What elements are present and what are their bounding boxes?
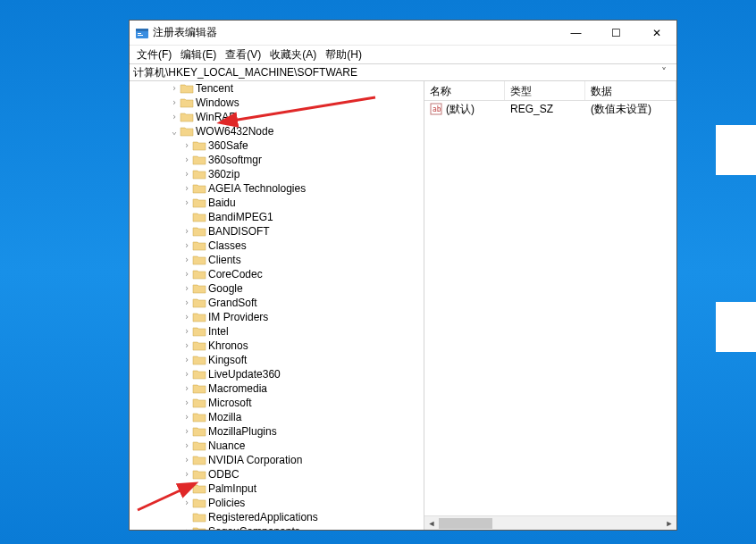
tree-item[interactable]: ›ODBC bbox=[130, 467, 424, 481]
tree-item[interactable]: ›Microsoft bbox=[130, 396, 424, 410]
expander-closed-icon[interactable]: › bbox=[169, 84, 180, 93]
close-button[interactable]: ✕ bbox=[636, 21, 676, 45]
tree-item[interactable]: ›SogouComponents bbox=[130, 524, 424, 530]
tree-item[interactable]: ›IM Providers bbox=[130, 310, 424, 324]
expander-closed-icon[interactable]: › bbox=[181, 184, 192, 193]
expander-open-icon[interactable]: ⌄ bbox=[169, 127, 180, 136]
expander-closed-icon[interactable]: › bbox=[181, 413, 192, 422]
tree-item[interactable]: ›Nuance bbox=[130, 439, 424, 453]
folder-icon bbox=[180, 82, 194, 95]
expander-closed-icon[interactable]: › bbox=[181, 527, 192, 530]
expander-closed-icon[interactable]: › bbox=[181, 141, 192, 150]
folder-icon bbox=[192, 254, 206, 266]
expander-closed-icon[interactable]: › bbox=[181, 341, 192, 350]
maximize-button[interactable]: ☐ bbox=[596, 21, 636, 45]
expander-closed-icon[interactable]: › bbox=[181, 255, 192, 264]
tree-item[interactable]: ›GrandSoft bbox=[130, 296, 424, 310]
tree-item[interactable]: ›Baidu bbox=[130, 196, 424, 210]
col-data[interactable]: 数据 bbox=[585, 81, 676, 100]
folder-icon bbox=[192, 497, 206, 509]
folder-icon bbox=[192, 411, 206, 423]
expander-closed-icon[interactable]: › bbox=[181, 241, 192, 250]
expander-closed-icon[interactable]: › bbox=[181, 441, 192, 450]
tree-item[interactable]: ›LiveUpdate360 bbox=[130, 367, 424, 381]
tree-item[interactable]: ›NVIDIA Corporation bbox=[130, 453, 424, 467]
tree-item[interactable]: ›Clients bbox=[130, 253, 424, 267]
tree-item-label: Windows bbox=[196, 96, 239, 109]
expander-closed-icon[interactable]: › bbox=[181, 384, 192, 393]
expander-closed-icon[interactable]: › bbox=[181, 298, 192, 307]
tree-item[interactable]: ›360softmgr bbox=[130, 153, 424, 167]
tree-item[interactable]: ›Tencent bbox=[130, 81, 424, 96]
expander-closed-icon[interactable]: › bbox=[181, 356, 192, 364]
addressbar[interactable]: 计算机\HKEY_LOCAL_MACHINE\SOFTWARE ˅ bbox=[130, 63, 676, 81]
tree-item[interactable]: ›Kingsoft bbox=[130, 353, 424, 367]
expander-closed-icon[interactable]: › bbox=[181, 270, 192, 279]
expander-closed-icon[interactable]: › bbox=[181, 170, 192, 179]
col-name[interactable]: 名称 bbox=[424, 81, 505, 100]
cell-type: REG_SZ bbox=[505, 103, 585, 115]
expander-closed-icon[interactable]: › bbox=[181, 484, 192, 493]
folder-icon bbox=[192, 268, 206, 280]
menu-edit[interactable]: 编辑(E) bbox=[177, 46, 220, 63]
tree-item[interactable]: ›Khronos bbox=[130, 339, 424, 353]
window-controls: — ☐ ✕ bbox=[556, 21, 676, 45]
scroll-left-icon[interactable]: ◄ bbox=[424, 519, 439, 528]
expander-closed-icon[interactable]: › bbox=[181, 313, 192, 322]
tree-item-label: Nuance bbox=[208, 439, 245, 452]
horizontal-scrollbar[interactable]: ◄ ► bbox=[424, 515, 676, 530]
tree-item[interactable]: BandiMPEG1 bbox=[130, 210, 424, 224]
expander-closed-icon[interactable]: › bbox=[181, 198, 192, 207]
list-body[interactable]: ab(默认)REG_SZ(数值未设置) bbox=[424, 101, 676, 515]
folder-icon bbox=[192, 297, 206, 309]
expander-closed-icon[interactable]: › bbox=[169, 98, 180, 107]
tree-item[interactable]: ›MozillaPlugins bbox=[130, 424, 424, 439]
expander-closed-icon[interactable]: › bbox=[181, 327, 192, 336]
tree-item[interactable]: ›Mozilla bbox=[130, 410, 424, 424]
menu-favorites[interactable]: 收藏夹(A) bbox=[266, 46, 320, 63]
titlebar[interactable]: 注册表编辑器 — ☐ ✕ bbox=[130, 21, 676, 46]
tree-item[interactable]: ›CoreCodec bbox=[130, 267, 424, 281]
menu-view[interactable]: 查看(V) bbox=[222, 46, 265, 63]
folder-icon bbox=[192, 397, 206, 409]
tree-item[interactable]: ›Classes bbox=[130, 239, 424, 253]
menu-help[interactable]: 帮助(H) bbox=[322, 46, 365, 63]
expander-closed-icon[interactable]: › bbox=[181, 155, 192, 164]
expander-closed-icon[interactable]: › bbox=[181, 398, 192, 407]
expander-closed-icon[interactable]: › bbox=[181, 498, 192, 507]
expander-closed-icon[interactable]: › bbox=[181, 470, 192, 479]
col-type[interactable]: 类型 bbox=[505, 81, 585, 100]
tree-item-label: Clients bbox=[208, 254, 241, 266]
tree-item-label: PalmInput bbox=[208, 482, 256, 495]
scroll-right-icon[interactable]: ► bbox=[662, 519, 676, 528]
tree-item[interactable]: ›BANDISOFT bbox=[130, 224, 424, 239]
tree-item[interactable]: ›Intel bbox=[130, 324, 424, 339]
expander-closed-icon[interactable]: › bbox=[181, 427, 192, 436]
folder-icon bbox=[192, 225, 206, 238]
tree-item[interactable]: ›PalmInput bbox=[130, 481, 424, 496]
tree-item[interactable]: ›AGEIA Technologies bbox=[130, 181, 424, 196]
expander-closed-icon[interactable]: › bbox=[181, 227, 192, 236]
tree-item[interactable]: ⌄WOW6432Node bbox=[130, 124, 424, 138]
tree-item[interactable]: ›360zip bbox=[130, 167, 424, 181]
expander-closed-icon[interactable]: › bbox=[181, 284, 192, 293]
expander-closed-icon[interactable]: › bbox=[181, 456, 192, 464]
list-row[interactable]: ab(默认)REG_SZ(数值未设置) bbox=[424, 101, 676, 117]
tree-item[interactable]: ›Google bbox=[130, 281, 424, 296]
tree-item-label: BANDISOFT bbox=[208, 225, 270, 238]
tree-panel[interactable]: ›Tencent›Windows›WinRAR⌄WOW6432Node›360S… bbox=[130, 81, 424, 530]
tree-item[interactable]: ›Macromedia bbox=[130, 381, 424, 396]
expander-closed-icon[interactable]: › bbox=[181, 370, 192, 379]
tree-item[interactable]: RegisteredApplications bbox=[130, 510, 424, 524]
folder-icon bbox=[192, 211, 206, 223]
expander-closed-icon[interactable]: › bbox=[169, 113, 180, 121]
tree-item[interactable]: ›360Safe bbox=[130, 138, 424, 153]
tree-item[interactable]: ›Policies bbox=[130, 496, 424, 510]
tree-item[interactable]: ›WinRAR bbox=[130, 110, 424, 124]
address-dropdown-icon[interactable]: ˅ bbox=[655, 66, 673, 79]
tree-item-label: Intel bbox=[208, 325, 229, 338]
scroll-thumb[interactable] bbox=[439, 518, 492, 529]
minimize-button[interactable]: — bbox=[556, 21, 596, 45]
tree-item[interactable]: ›Windows bbox=[130, 96, 424, 110]
menu-file[interactable]: 文件(F) bbox=[133, 46, 175, 63]
